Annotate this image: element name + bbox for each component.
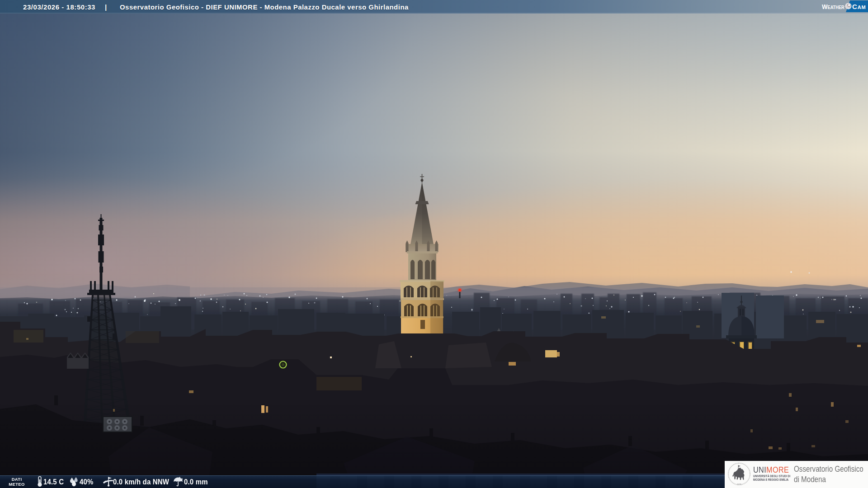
svg-text:1175: 1175: [737, 483, 741, 485]
